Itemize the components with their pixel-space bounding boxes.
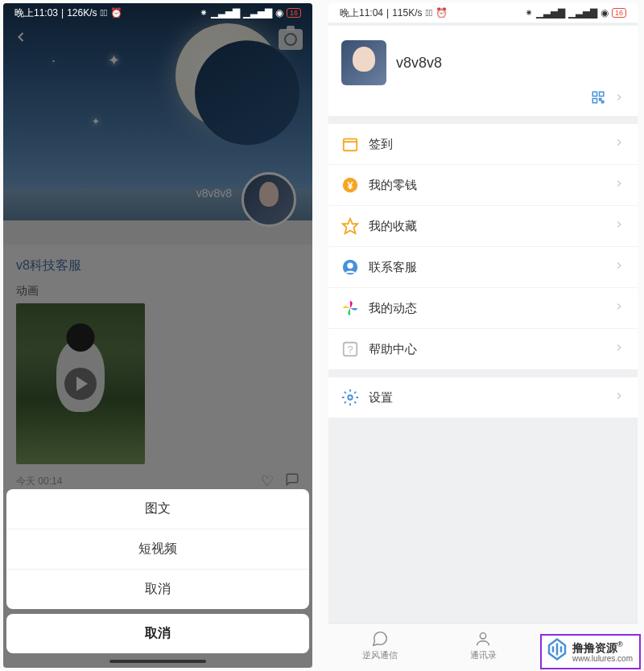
svg-rect-5 [344, 139, 357, 151]
watermark: 撸撸资源® www.lulures.com [540, 634, 641, 669]
star-icon [341, 217, 359, 235]
menu-group-2: 设置 [328, 377, 638, 418]
battery-icon: 16 [612, 8, 626, 18]
chevron-right-icon [613, 301, 625, 315]
chevron-right-icon [613, 92, 625, 106]
menu-group-1: 签到 ¥ 我的零钱 我的收藏 联系客服 [328, 124, 638, 369]
gear-icon [341, 389, 359, 406]
chevron-right-icon [613, 260, 625, 274]
profile-header[interactable]: v8v8v8 [328, 26, 638, 116]
menu-item-wallet[interactable]: ¥ 我的零钱 [328, 164, 638, 205]
yuan-icon: ¥ [341, 176, 359, 194]
nav-tab-contacts[interactable]: 通讯录 [431, 624, 535, 668]
battery-icon: 16 [287, 8, 301, 18]
phone-right-screenshot: 晚上11:04 | 115K/s ✕⃘ ⏰ ⁕ ▁▃▅▇ ▁▃▅▇ ◉ 16 v… [328, 3, 638, 668]
sheet-option-image-text[interactable]: 图文 [6, 489, 309, 529]
chevron-right-icon [613, 390, 625, 405]
svg-rect-1 [600, 92, 604, 96]
menu-label: 我的动态 [369, 301, 604, 316]
svg-point-13 [348, 395, 353, 400]
status-speed: 115K/s [392, 7, 422, 19]
menu-label: 联系客服 [369, 260, 604, 275]
svg-point-10 [347, 263, 353, 269]
support-icon [341, 258, 359, 276]
watermark-url: www.lulures.com [572, 654, 633, 663]
status-time: 晚上11:04 [340, 6, 383, 20]
right-content: v8v8v8 签到 ¥ [328, 3, 638, 668]
menu-label: 我的零钱 [369, 178, 604, 193]
nav-tab-chat[interactable]: 逆风通信 [328, 624, 431, 668]
signal-icon: ▁▃▅▇ [211, 7, 240, 19]
svg-rect-4 [602, 101, 604, 103]
svg-point-14 [480, 633, 485, 639]
menu-item-checkin[interactable]: 签到 [328, 124, 638, 164]
chevron-right-icon [613, 178, 625, 192]
svg-text:¥: ¥ [347, 179, 353, 191]
signal-icon: ▁▃▅▇ [536, 7, 565, 19]
menu-label: 设置 [369, 390, 604, 405]
wifi-icon: ◉ [275, 7, 283, 19]
alarm-icon: ⏰ [110, 7, 122, 19]
svg-rect-0 [592, 92, 597, 96]
watermark-title: 撸撸资源 [572, 641, 617, 654]
svg-rect-2 [592, 99, 597, 103]
bluetooth-icon: ⁕ [525, 7, 533, 19]
qr-code-icon[interactable] [591, 90, 605, 108]
mute-icon: ✕⃘ [426, 7, 433, 19]
phone-left-screenshot: 晚上11:03 | 126K/s ✕⃘ ⏰ ⁕ ▁▃▅▇ ▁▃▅▇ ◉ 16 ·… [3, 3, 312, 668]
wifi-icon: ◉ [601, 7, 609, 19]
signal-icon-2: ▁▃▅▇ [568, 7, 597, 19]
status-bar: 晚上11:04 | 115K/s ✕⃘ ⏰ ⁕ ▁▃▅▇ ▁▃▅▇ ◉ 16 [328, 3, 638, 23]
avatar[interactable] [341, 40, 386, 85]
menu-item-moments[interactable]: 我的动态 [328, 287, 638, 328]
watermark-logo-icon [545, 637, 569, 666]
pinwheel-icon [341, 299, 359, 317]
menu-label: 帮助中心 [369, 342, 604, 357]
menu-label: 我的收藏 [369, 219, 604, 234]
menu-label: 签到 [369, 137, 604, 152]
menu-item-settings[interactable]: 设置 [328, 377, 638, 418]
chevron-right-icon [613, 342, 625, 356]
watermark-reg: ® [617, 640, 623, 648]
profile-name: v8v8v8 [396, 55, 442, 72]
svg-text:?: ? [347, 344, 353, 356]
status-bar: 晚上11:03 | 126K/s ✕⃘ ⏰ ⁕ ▁▃▅▇ ▁▃▅▇ ◉ 16 [3, 3, 312, 23]
status-speed: 126K/s [67, 7, 97, 19]
calendar-icon [341, 135, 359, 153]
svg-rect-3 [600, 99, 601, 101]
home-indicator[interactable] [109, 660, 206, 663]
chevron-right-icon [613, 137, 625, 151]
action-sheet: 图文 短视频 取消 取消 [3, 489, 312, 668]
sheet-option-cancel-inner[interactable]: 取消 [6, 569, 309, 609]
signal-icon-2: ▁▃▅▇ [243, 7, 272, 19]
contacts-icon [474, 630, 492, 648]
nav-label: 通讯录 [470, 649, 497, 661]
menu-item-support[interactable]: 联系客服 [328, 246, 638, 287]
sheet-option-short-video[interactable]: 短视频 [6, 529, 309, 569]
alarm-icon: ⏰ [436, 7, 448, 19]
mute-icon: ✕⃘ [101, 7, 108, 19]
menu-item-favorites[interactable]: 我的收藏 [328, 205, 638, 246]
status-time: 晚上11:03 [14, 6, 58, 20]
sheet-cancel-button[interactable]: 取消 [6, 614, 309, 653]
chevron-right-icon [613, 219, 625, 233]
bluetooth-icon: ⁕ [200, 7, 208, 19]
svg-marker-8 [343, 219, 357, 233]
nav-label: 逆风通信 [362, 649, 398, 661]
menu-item-help[interactable]: ? 帮助中心 [328, 328, 638, 369]
chat-icon [371, 630, 389, 648]
help-icon: ? [341, 340, 359, 358]
